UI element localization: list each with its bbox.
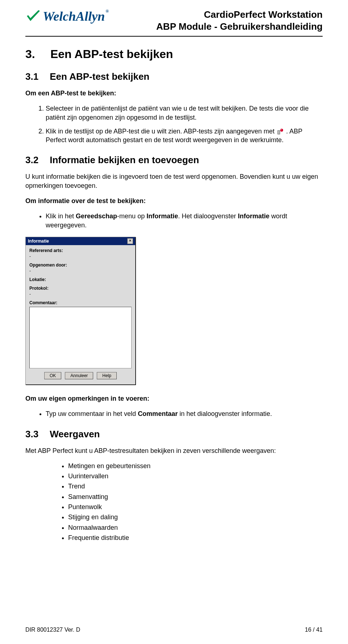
list-item: Samenvatting [68,492,323,501]
heading-3-2-num: 3.2 [25,154,47,166]
footer-right: 16 / 41 [305,627,323,633]
bullets-3-2b: Typ uw commentaar in het veld Commentaar… [36,409,323,418]
para-3-3: Met ABP Perfect kunt u ABP-testresultate… [25,446,323,455]
field-recorded: Opgenomen door: - [29,263,132,273]
step-2: Klik in de testlijst op de ABP-test die … [46,127,323,145]
dialog-title-text: Informatie [28,239,49,244]
trademark-icon: ® [105,9,109,14]
steps-3-1: Selecteer in de patiëntenlijst de patiën… [36,104,323,144]
list-item: Puntenwolk [68,503,323,511]
b1b: Gereedschap [76,212,117,220]
dialog-titlebar: Informatie × [26,237,135,245]
doc-title-1: CardioPerfect Workstation [156,9,323,21]
value-protocol: - [29,292,132,297]
heading-3-title: Een ABP-test bekijken [50,48,173,61]
value-referring: - [29,254,132,259]
list-item: Stijging en daling [68,513,323,521]
field-referring: Refererend arts: - [29,248,132,259]
heading-3-2: 3.2 Informatie bekijken en toevoegen [25,154,323,166]
b2b: Commentaar [138,410,178,417]
heading-3-2-title: Informatie bekijken en toevoegen [50,154,199,165]
list-item: Normaalwaarden [68,523,323,532]
page-header: WelchAllyn® CardioPerfect Workstation AB… [25,9,323,37]
close-icon[interactable]: × [127,238,133,244]
svg-point-1 [280,129,283,132]
document-page: WelchAllyn® CardioPerfect Workstation AB… [0,0,348,644]
checkmark-icon [25,9,41,24]
intro-3-2: Om informatie over de test te bekijken: [25,197,323,205]
heading-3-1: 3.1 Een ABP-test bekijken [25,71,323,82]
cancel-button[interactable]: Annuleer [65,372,93,379]
list-item: Trend [68,482,323,491]
intro-3-1: Om een ABP-test te bekijken: [25,89,323,98]
b1d: Informatie [146,212,178,220]
field-location: Lokatie: [29,277,132,282]
page-footer: DIR 80012327 Ver. D 16 / 41 [25,627,323,633]
dialog-button-row: OK Annuleer Help [29,368,132,381]
heading-3-3-title: Weergaven [50,429,100,439]
heading-3-1-title: Een ABP-test bekijken [50,71,149,82]
list-item: Uurintervallen [68,472,323,480]
b2a: Typ uw commentaar in het veld [46,410,138,417]
b2c: in het dialoogvenster informatie. [178,410,272,417]
value-recorded: - [29,268,132,273]
help-button[interactable]: Help [97,372,117,379]
intro-3-2b: Om uw eigen opmerkingen in te voeren: [25,394,323,403]
field-protocol: Protokol: - [29,286,132,297]
b1c: -menu op [117,212,146,220]
footer-left: DIR 80012327 Ver. D [25,627,80,633]
doc-title-2: ABP Module - Gebruikershandleiding [156,21,323,33]
b1f: Informatie [238,212,269,220]
label-location: Lokatie: [29,277,132,282]
field-comment: Commentaar: [29,300,132,305]
informatie-dialog: Informatie × Refererend arts: - Opgenome… [25,237,136,385]
ok-button[interactable]: OK [44,372,61,379]
bullet-3-2b-1: Typ uw commentaar in het veld Commentaar… [46,409,323,418]
abp-test-icon [277,128,283,135]
label-protocol: Protokol: [29,286,132,291]
bullets-3-2: Klik in het Gereedschap-menu op Informat… [36,212,323,230]
heading-3-3: 3.3 Weergaven [25,429,323,440]
dialog-body: Refererend arts: - Opgenomen door: - Lok… [26,245,135,384]
brand-logo: WelchAllyn® [25,9,109,24]
heading-3-num: 3. [25,48,47,61]
logo-text: WelchAllyn [43,9,105,24]
bullet-3-2-1: Klik in het Gereedschap-menu op Informat… [46,212,323,230]
svg-point-2 [281,129,282,130]
heading-3-3-num: 3.3 [25,429,47,440]
para-3-2-1: U kunt informatie bekijken die is ingevo… [25,172,323,190]
label-comment: Commentaar: [29,300,132,305]
heading-3-1-num: 3.1 [25,71,47,82]
heading-3: 3. Een ABP-test bekijken [25,48,323,61]
b1e: . Het dialoogvenster [178,212,238,220]
views-list: Metingen en gebeurtenissen Uurintervalle… [58,462,323,542]
step-2-text-a: Klik in de testlijst op de ABP-test die … [46,128,276,135]
label-referring: Refererend arts: [29,248,132,253]
b1a: Klik in het [46,212,76,220]
header-titles: CardioPerfect Workstation ABP Module - G… [156,9,323,32]
comment-textarea[interactable] [29,307,132,368]
list-item: Frequentie distributie [68,533,323,542]
list-item: Metingen en gebeurtenissen [68,462,323,470]
label-recorded: Opgenomen door: [29,263,132,268]
step-1: Selecteer in de patiëntenlijst de patiën… [46,104,323,122]
svg-rect-0 [278,131,280,134]
